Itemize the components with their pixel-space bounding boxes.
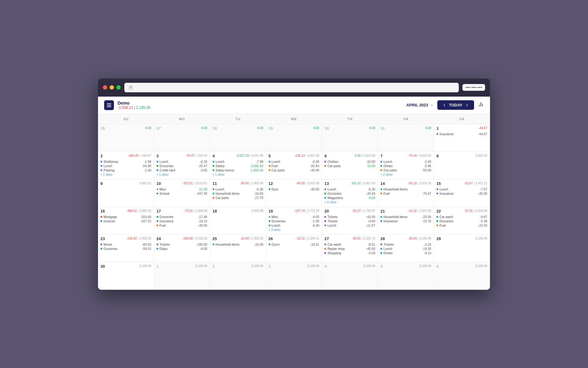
transaction[interactable]: Car parts-50.00	[380, 168, 431, 172]
transaction[interactable]: Lunch-2.40	[380, 159, 431, 164]
transaction[interactable]: + 3 other	[269, 228, 319, 232]
transaction[interactable]: Car parts15.00	[324, 164, 375, 168]
search-bar[interactable]	[124, 83, 459, 92]
transaction[interactable]: Clothes-10.00	[324, 159, 375, 164]
transaction[interactable]: Car parts-45.00	[269, 168, 319, 172]
transaction[interactable]: Invoices-167.52	[100, 219, 151, 223]
calendar-cell[interactable]: 23-146.02 | 2,483.82Movie-86.50Groceries…	[98, 235, 154, 262]
calendar-cell[interactable]: 270.00	[154, 124, 210, 152]
transaction[interactable]: Insurance-45.00	[436, 191, 487, 196]
calendar-cell[interactable]: 22-37.81 | 2,629.84Car wash-9.87Grocerie…	[434, 207, 490, 235]
calendar-cell[interactable]: 1-44.67Insurance-44.67	[434, 124, 490, 152]
transaction[interactable]: Repair shop-45.00	[324, 247, 375, 251]
transaction[interactable]: Lunch-6.30	[156, 159, 207, 164]
transaction[interactable]: Lunch-6.30	[213, 187, 263, 191]
transaction[interactable]: + 1 other	[213, 173, 263, 176]
transaction[interactable]: Household items-15.00	[213, 242, 263, 247]
calendar-cell[interactable]: 280.00	[210, 124, 266, 152]
calendar-cell[interactable]: 44,567.33 | 4,041.99Lunch-7.98Salary3,60…	[210, 152, 266, 179]
transaction[interactable]: Fuel-22.56	[436, 223, 487, 228]
minimize-button[interactable]	[110, 85, 114, 90]
transaction[interactable]: Fuel-82.83	[269, 164, 319, 168]
sidebar-toggle[interactable]	[104, 100, 114, 110]
transaction[interactable]: Tickets-160.00	[156, 242, 207, 247]
transaction[interactable]: Mortgage-319.00	[100, 215, 151, 219]
calendar-cell[interactable]: 11-50.65 | 3,465.96Lunch-6.30Household i…	[210, 179, 266, 207]
calendar-cell[interactable]: 2-404.20 | -448.87Skelbimas-1.99Lunch-54…	[98, 152, 154, 179]
calendar-cell[interactable]: 26-16.51 | 2,284.31Gym+-16.51	[266, 235, 322, 262]
transaction[interactable]: Insurance-44.67	[436, 132, 487, 136]
calendar-cell[interactable]: 20-63.27 | 2,708.97Tickets-43.00Tickets-…	[322, 207, 378, 235]
calendar-cell[interactable]: 292,195.06	[434, 235, 490, 262]
calendar-cell[interactable]: 12-40.00 | 3,425.96Gym-40.00	[266, 179, 322, 207]
calendar-cell[interactable]: 83,842.52	[434, 152, 490, 179]
transaction[interactable]: Car wash-9.87	[436, 215, 487, 219]
transaction[interactable]: Car parts-27.70	[213, 196, 263, 200]
chart-button[interactable]	[478, 101, 484, 109]
calendar-cell[interactable]: 17-75.61 | 2,909.98Groceries-17.46Insura…	[154, 207, 210, 235]
transaction[interactable]: Lunch-11.67	[324, 223, 375, 228]
calendar-cell[interactable]: 5-134.13 | 3,907.86Lunch-6.30Fuel-82.83C…	[266, 152, 322, 179]
month-selector[interactable]: APRIL 2023	[406, 103, 434, 107]
transaction[interactable]: Lunch-19.30	[380, 247, 431, 251]
transaction[interactable]: Groceries-59.52	[100, 247, 151, 251]
transaction[interactable]: Car wash-8.61	[324, 242, 375, 247]
calendar-cell[interactable]: 65.00 | 3,912.86Clothes-10.00Car parts15…	[322, 152, 378, 179]
transaction[interactable]: Movie-86.50	[100, 242, 151, 247]
calendar-cell[interactable]: 21-41.32 | 2,667.65Household items-25.56…	[378, 207, 434, 235]
transaction[interactable]: + 2 other	[380, 173, 431, 176]
transaction[interactable]: Lunch-54.90	[100, 164, 151, 168]
transaction[interactable]: Gym+-16.51	[269, 242, 319, 247]
transaction[interactable]: Groceries-1.99	[269, 219, 319, 223]
search-input[interactable]	[135, 85, 454, 90]
calendar-cell[interactable]: 42,195.06	[322, 262, 378, 290]
calendar-cell[interactable]: 24-168.00 | 2,315.82Tickets-160.00Dalys-…	[154, 235, 210, 262]
transaction[interactable]: Lunch-6.30	[269, 159, 319, 164]
calendar-cell[interactable]: 14-83.15 | 3,524.78Household itemsFuel-7…	[378, 179, 434, 207]
calendar-cell[interactable]: 12,195.06	[154, 262, 210, 290]
transaction[interactable]: Groceries-33.44	[324, 191, 375, 196]
calendar-cell[interactable]: 52,195.06	[378, 262, 434, 290]
transaction[interactable]: Tickets-2.24	[380, 242, 431, 247]
transaction[interactable]: Drinks-9.10	[380, 251, 431, 255]
transaction[interactable]: Fuel-76.67	[380, 191, 431, 196]
transaction[interactable]: Misc21.39	[156, 187, 207, 191]
transaction[interactable]: Household items-25.56	[380, 215, 431, 219]
calendar-cell[interactable]: 3-76.47 | -525.34Lunch-6.30Groceries-20.…	[154, 152, 210, 179]
transaction[interactable]: Magazines8.00	[324, 196, 375, 200]
calendar-cell[interactable]: 62,195.06	[434, 262, 490, 290]
transaction[interactable]: Groceries-17.46	[156, 215, 207, 219]
transaction[interactable]: Misc-4.05	[269, 215, 319, 219]
transaction[interactable]: Groceries-20.47	[156, 164, 207, 168]
transaction[interactable]: Dalys-8.00	[156, 247, 207, 251]
transaction[interactable]: Lunch-6.40	[269, 223, 319, 228]
transaction[interactable]: Gym-40.00	[269, 187, 319, 191]
transaction[interactable]: + 1 other	[156, 173, 207, 176]
calendar-cell[interactable]: 93,842.52	[98, 179, 154, 207]
transaction[interactable]: Tickets-8.60	[324, 219, 375, 223]
transaction[interactable]: + 2 other	[324, 201, 375, 204]
calendar-cell[interactable]: 7-70.34 | 3,842.52Lunch-2.40Drinks-5.95C…	[378, 152, 434, 179]
transaction[interactable]: Lunch-7.67	[436, 187, 487, 191]
calendar-cell[interactable]: 302,195.06	[98, 262, 154, 290]
transaction[interactable]: Shopping-5.00	[324, 251, 375, 255]
calendar-cell[interactable]: 260.00	[98, 124, 154, 152]
calendar-cell[interactable]: 22,195.06	[210, 262, 266, 290]
calendar-cell[interactable]: 182,909.98	[210, 207, 266, 235]
transaction[interactable]: Drinks-5.95	[380, 164, 431, 168]
transaction[interactable]: Insurance-18.15	[156, 219, 207, 223]
transaction[interactable]: Skelbimas-1.99	[100, 159, 151, 164]
transaction[interactable]: Insurance-15.76	[380, 219, 431, 223]
transaction[interactable]: Salary3,600.00	[213, 164, 263, 168]
calendar-cell[interactable]: 300.00	[322, 124, 378, 152]
calendar-cell[interactable]: 19-137.74 | 2,772.24Misc-4.05Groceries-1…	[266, 207, 322, 235]
transaction[interactable]: Tickets-43.00	[324, 215, 375, 219]
calendar-cell[interactable]: 290.00	[266, 124, 322, 152]
menu-button[interactable]	[462, 84, 485, 91]
maximize-button[interactable]	[116, 85, 121, 90]
calendar-cell[interactable]: 16-486.52 | 2,985.59Mortgage-319.00Invoi…	[98, 207, 154, 235]
transaction[interactable]: Parking-1.00	[100, 168, 151, 172]
transaction[interactable]: School-347.30	[156, 191, 207, 196]
transaction[interactable]: Credit card-3.65	[156, 168, 207, 172]
transaction[interactable]: Fuel-40.00	[156, 223, 207, 228]
